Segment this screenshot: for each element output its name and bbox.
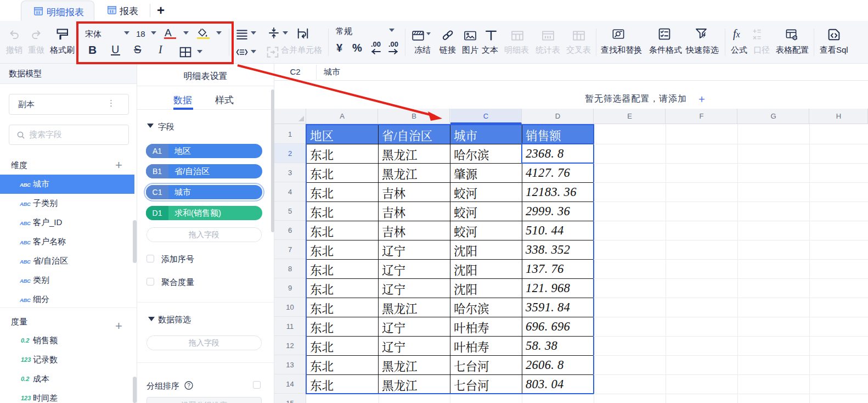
svg-text:?: ? xyxy=(187,383,190,389)
